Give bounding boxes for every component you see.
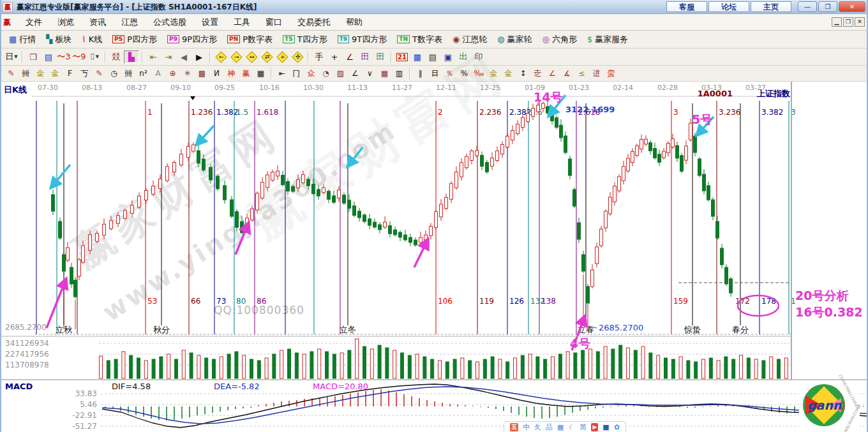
angle-tool-button[interactable]: ∠ [342,50,357,64]
grid-dark-button[interactable]: ▥ [392,68,407,80]
gold-lines-2-button[interactable]: 金 [48,68,63,80]
tool-kline[interactable]: ⌇K线 [77,32,107,47]
menu-工具[interactable]: 工具 [226,15,258,29]
angle-2-button[interactable]: ∠ [348,68,363,80]
ime-symbols-icon[interactable]: 品 [546,422,553,432]
ime-keyboard-icon[interactable]: ▦ [557,422,564,432]
percent-button[interactable]: % [457,68,472,80]
crosshair-button[interactable]: + [327,50,342,64]
grid-green-button[interactable]: 田 [373,50,388,64]
arc-tool-button[interactable]: ◔ [318,68,333,80]
low-price-annotation[interactable]: 2685.2700 [599,323,643,332]
updown-button[interactable]: ↕ [516,68,530,80]
nav-right-button[interactable]: → [228,50,244,64]
tally-lines-button[interactable]: 卌 [19,68,33,80]
ime-pen-icon[interactable]: 夂 [534,422,541,432]
angle-red-button[interactable]: ∠ [545,68,560,80]
ime-toolbar[interactable]: 五中夂品▦亻简▶■✿ [504,421,626,432]
grid-tool-button[interactable]: ▦ [253,68,268,80]
prev-page-button[interactable]: ◀ [176,50,191,64]
tool-hexagon[interactable]: ◎六角形 [537,32,582,47]
tool-sectors[interactable]: ▚板块 [41,32,77,47]
service-button[interactable]: 客服 [666,1,707,12]
close-button[interactable]: ✕ [839,1,865,12]
chart-view-button[interactable]: ▙ [124,50,139,64]
menu-窗口[interactable]: 窗口 [258,15,290,29]
child-minimize-button[interactable]: ▁ [832,17,842,27]
jin-angle-button[interactable]: 进 [589,68,604,80]
grid-red-button[interactable]: ▦ [377,68,392,80]
pan-hand-button[interactable]: 手 [311,50,327,64]
pencil-2-button[interactable]: ✎ [92,68,107,80]
circle-cross-button[interactable]: ⊕ [165,68,180,80]
minimize-button[interactable]: — [798,1,817,12]
cyan-arrow[interactable] [196,126,214,145]
nav-plus-button[interactable]: + [274,50,290,64]
f-lines-button[interactable]: F [63,68,77,80]
ime-person-icon[interactable]: 亻 [568,422,575,432]
tool-service-money[interactable]: $赢家服务 [582,32,633,47]
tool-p-number[interactable]: PNP数字表 [222,32,278,47]
f-angle-button[interactable]: ∡ [560,68,574,80]
restore-button[interactable]: ❐ [818,1,837,12]
cyan-arrow[interactable] [50,165,70,188]
s-lines-button[interactable]: 丂 [77,68,92,80]
parallel-button[interactable]: ∥ [413,68,428,80]
a-line-button[interactable]: A [151,68,165,80]
home-button[interactable]: 主页 [751,1,791,12]
calendar-button[interactable]: 21 [394,50,410,64]
window-style-button[interactable]: ❒ [26,50,41,64]
menu-设置[interactable]: 设置 [194,15,226,29]
menu-浏览[interactable]: 浏览 [50,15,82,29]
next-page-button[interactable]: ▶ [191,50,207,64]
print-button[interactable]: 印 [471,50,486,64]
target-ellipse[interactable] [738,295,779,316]
save-button[interactable]: ▣ [440,50,456,64]
tally-2-button[interactable]: 卌 [121,68,136,80]
permille-button[interactable]: ‰ [472,68,486,80]
forum-button[interactable]: 论坛 [708,1,749,12]
grid-purple-button[interactable]: 田 [357,50,373,64]
candle-style-button[interactable]: ⌷▼ [87,50,102,64]
wave-9-button[interactable]: 〜9 [71,50,87,64]
span-tool-button[interactable]: ⇤ [274,68,289,80]
shen-tool-button[interactable]: 神 [224,68,239,80]
tool-winner-wheel[interactable]: ◍赢家轮 [492,32,537,47]
gold-under-button[interactable]: 金 [501,68,516,80]
ime-media-icon[interactable]: ▶ [591,423,598,431]
menu-资讯[interactable]: 资讯 [82,15,114,29]
annotation-5号[interactable]: 5号 [692,112,712,126]
info-doc-button[interactable]: ▤ [41,50,56,64]
child-restore-button[interactable]: ❐ [843,17,853,27]
export-button[interactable]: 出 [456,50,471,64]
menu-江恩[interactable]: 江恩 [114,15,146,29]
walk-tool-button[interactable]: 赱 [530,68,545,80]
annotation-20号分析[interactable]: 20号分析 [795,288,848,302]
fan-red-button[interactable]: 众 [304,68,318,80]
fan-box-button[interactable]: ▨ [333,68,348,80]
nav-expand-button[interactable]: ↔ [244,50,259,64]
grid-box-button[interactable]: ▩ [195,68,209,80]
gold-circle-button[interactable]: 金 [486,68,501,80]
nav-swap-button[interactable]: ⇄ [259,50,274,64]
ime-settings-icon[interactable]: ✿ [614,422,620,432]
tool-p-square[interactable]: PSP四方形 [107,32,162,47]
tool-t-square[interactable]: TST四方形 [278,32,333,47]
annotation-16号0.382[interactable]: 16号0.382 [795,305,863,319]
n-squared-button[interactable]: n² [136,68,151,80]
tool-9t-square[interactable]: T99T四方形 [333,32,393,47]
annotation-14号[interactable]: 14号 [534,90,562,104]
ime-simplified-icon[interactable]: 简 [580,422,587,432]
percent-red-button[interactable]: ％ [442,68,457,80]
man-tool-button[interactable]: 蛮 [604,68,618,80]
menu-交易委托[interactable]: 交易委托 [290,15,338,29]
clock-tool-button[interactable]: ◷ [107,68,121,80]
menu-文件[interactable]: 文件 [18,15,50,29]
wave-3-button[interactable]: 〜3 [56,50,71,64]
ying-tool-button[interactable]: 赢 [239,68,253,80]
tool-9p-square[interactable]: P99P四方形 [162,32,222,47]
zigzag-button[interactable]: И [209,68,224,80]
last-page-button[interactable]: ⇥ [161,50,176,64]
tool-gann-wheel[interactable]: ◉江恩轮 [447,32,492,47]
ime-wubi-icon[interactable]: 五 [510,423,518,431]
